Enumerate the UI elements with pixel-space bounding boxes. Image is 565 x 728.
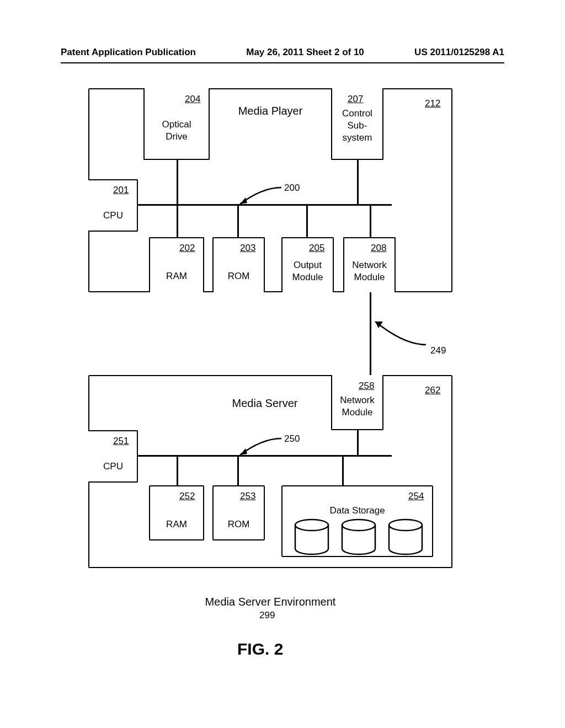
media-server-title: Media Server [210,397,320,410]
server-cpu-label: CPU [88,461,138,473]
server-cpu-ref: 251 [113,436,129,447]
media-server-ref: 262 [425,385,440,396]
player-net-ref: 208 [371,243,386,254]
figure-title: FIG. 2 [237,640,283,659]
header-right: US 2011/0125298 A1 [414,47,504,58]
media-player-title: Media Player [221,105,320,117]
server-bus-v-ram [177,455,178,485]
player-cpu-ref: 201 [113,185,129,196]
bus-250-arrow [237,438,287,458]
server-rom-label: ROM [212,518,265,531]
player-bus-v-net [370,204,371,237]
environment-label: Media Server Environment [188,596,353,608]
player-rom-box [212,237,265,292]
player-bus-v-ram [177,204,178,237]
player-net-label: Network Module [343,259,396,283]
server-net-label: Network Module [331,394,383,419]
svg-point-3 [295,520,328,531]
server-ram-ref: 252 [179,491,195,502]
svg-point-5 [389,520,422,531]
environment-ref: 299 [259,609,275,622]
svg-marker-0 [240,197,247,204]
link-249-arrow [371,317,431,350]
media-player-ref: 212 [425,98,440,109]
patent-header: Patent Application Publication May 26, 2… [61,47,504,58]
bus-200-ref: 200 [284,182,300,194]
player-bus-v-control [357,160,359,204]
data-storage-ref: 254 [408,491,424,502]
header-rule [61,62,504,63]
player-ram-ref: 202 [179,243,195,254]
server-rom-ref: 253 [240,491,255,502]
control-subsystem-label: Control Sub- system [331,108,383,144]
player-cpu-label: CPU [88,210,138,222]
bus-250-ref: 250 [284,433,300,445]
data-storage-label: Data Storage [281,505,433,517]
player-bus-v-rom [237,204,239,237]
svg-point-4 [342,520,375,531]
optical-drive-label: Optical Drive [143,119,210,143]
server-bus-v-rom [237,455,239,485]
server-ram-box [149,485,204,540]
player-ram-label: RAM [149,270,204,282]
header-center: May 26, 2011 Sheet 2 of 10 [246,47,364,58]
server-ram-label: RAM [149,518,204,531]
player-bus-v-output [306,204,308,237]
header-left: Patent Application Publication [61,47,196,58]
diagram-canvas: Media Player 212 204 Optical Drive 207 C… [0,83,565,728]
link-249-ref: 249 [430,345,446,357]
player-rom-label: ROM [212,270,265,282]
server-rom-box [212,485,265,540]
control-subsystem-ref: 207 [348,94,363,105]
player-output-ref: 205 [309,243,324,254]
optical-drive-ref: 204 [185,94,200,105]
player-bus-v-optical [177,160,178,204]
player-rom-ref: 203 [240,243,255,254]
server-bus-v-storage [342,455,344,485]
player-ram-box [149,237,204,292]
storage-cylinders [292,518,430,557]
player-output-label: Output Module [281,259,334,283]
server-bus-v-net [357,430,359,455]
svg-marker-2 [240,448,247,455]
bus-200-arrow [237,188,287,207]
server-net-ref: 258 [359,381,374,392]
